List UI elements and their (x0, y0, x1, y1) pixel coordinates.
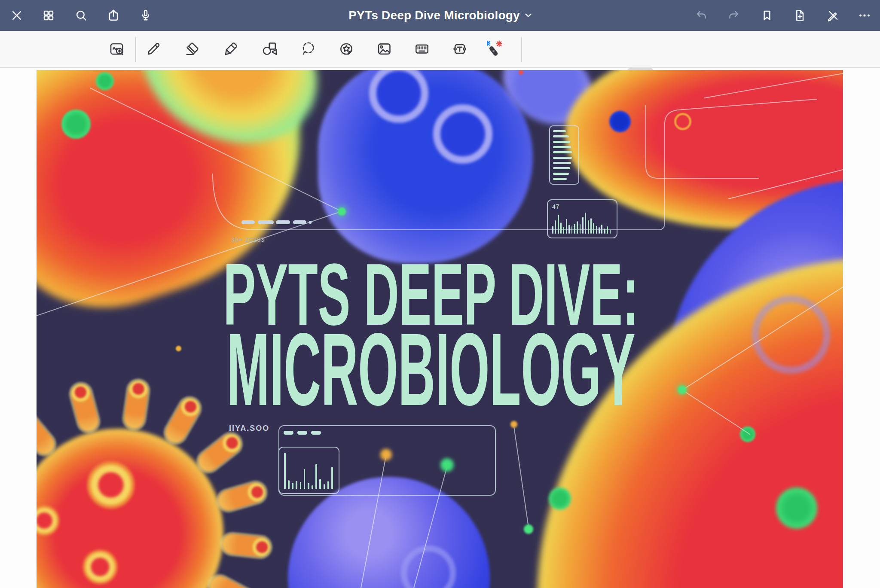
chart-bar (596, 226, 597, 234)
hud-lines-chart (553, 130, 578, 180)
top-navigation-bar: PYTs Deep Dive Microbiology (0, 0, 880, 31)
chart-bar (585, 213, 586, 234)
eraser-tool[interactable] (183, 40, 202, 58)
zoom-writing-tool[interactable] (107, 40, 126, 58)
chart-bar (553, 141, 570, 143)
chart-bar (580, 224, 581, 234)
drawing-toolbar (0, 31, 880, 68)
poster-small-label-left: 30+ 2C203 (231, 236, 265, 243)
chart-bar (607, 226, 608, 234)
hud-value-label: 47 (552, 203, 612, 210)
green-connector-dot (338, 207, 346, 216)
chart-bar (296, 481, 297, 489)
chart-bar (599, 227, 600, 234)
chart-bar (292, 483, 293, 489)
lasso-tool[interactable] (299, 40, 318, 58)
toolbar-divider (135, 37, 136, 62)
document-page[interactable]: 30+ 2C203 IIYA.SOO PYTS DEEP DIVE: MICRO… (37, 70, 843, 588)
chart-bar (284, 453, 286, 489)
chevron-down-icon (525, 13, 532, 18)
hud-lines-panel (549, 125, 579, 185)
stickers-tool[interactable] (337, 40, 356, 58)
chart-bar (574, 224, 575, 234)
chart-bar (312, 485, 313, 489)
chart-bar (319, 479, 321, 489)
chart-bar (308, 483, 309, 489)
app-window: PYTs Deep Dive Microbiology (0, 0, 880, 588)
chart-bar (590, 218, 592, 234)
chart-bar (553, 167, 570, 169)
chart-bar (601, 225, 602, 234)
chart-bar (553, 146, 571, 148)
toolbar-divider (521, 37, 522, 62)
keyboard-tool[interactable] (412, 40, 431, 58)
chart-bar (555, 220, 556, 234)
chart-bar (553, 173, 569, 175)
chart-bar (558, 215, 559, 234)
chart-bar (553, 157, 572, 159)
shapes-tool[interactable] (260, 40, 279, 58)
chart-bar (563, 227, 564, 234)
hud-bottom-chart (284, 453, 335, 489)
green-connector-dot (678, 385, 687, 394)
chart-bar (571, 226, 573, 234)
stop-drawing-icon[interactable] (825, 8, 840, 23)
chart-bar (593, 223, 594, 234)
chart-bar (553, 130, 566, 132)
document-title[interactable]: PYTs Deep Dive Microbiology (0, 0, 880, 31)
image-tool[interactable] (375, 40, 394, 58)
chart-bar (304, 469, 306, 489)
chart-bar (553, 162, 571, 164)
chart-bar (577, 221, 578, 234)
laser-pointer-tool[interactable] (485, 40, 504, 58)
chart-bar (610, 230, 611, 234)
hud-bottom-dashes (284, 431, 321, 435)
orange-connector-dot (510, 421, 517, 428)
hud-value-chart (552, 211, 612, 234)
hud-bottom-chart-panel (278, 447, 339, 494)
chart-bar (331, 467, 333, 489)
chart-bar (553, 151, 572, 153)
redo-icon[interactable] (726, 8, 741, 23)
chart-bar (300, 482, 302, 489)
undo-icon[interactable] (694, 8, 709, 23)
red-dot-top (519, 70, 523, 75)
chart-bar (327, 481, 329, 489)
poster-title-line2: MICROBIOLOGY (227, 312, 636, 427)
chart-bar (553, 135, 569, 137)
hud-value-panel: 47 (547, 199, 617, 238)
chart-bar (553, 178, 567, 180)
chart-bar (582, 217, 584, 234)
text-tool[interactable] (450, 40, 469, 58)
chart-bar (315, 464, 317, 489)
chart-bar (566, 219, 567, 234)
add-page-icon[interactable] (792, 8, 807, 23)
chart-bar (568, 225, 570, 234)
document-title-text: PYTs Deep Dive Microbiology (348, 9, 520, 22)
highlighter-tool[interactable] (221, 40, 240, 58)
pen-tool[interactable] (144, 40, 163, 58)
chart-bar (288, 480, 290, 489)
orange-connector-dot (176, 346, 181, 351)
poster-decor-overlay: 30+ 2C203 IIYA.SOO PYTS DEEP DIVE: MICRO… (37, 70, 843, 588)
chart-bar (324, 484, 325, 489)
chart-bar (604, 228, 605, 234)
chart-bar (552, 226, 553, 234)
chart-bar (560, 222, 562, 234)
green-connector-dot (524, 524, 533, 534)
chart-bar (588, 220, 589, 234)
more-options-icon[interactable] (857, 8, 872, 23)
bookmark-icon[interactable] (760, 8, 774, 23)
